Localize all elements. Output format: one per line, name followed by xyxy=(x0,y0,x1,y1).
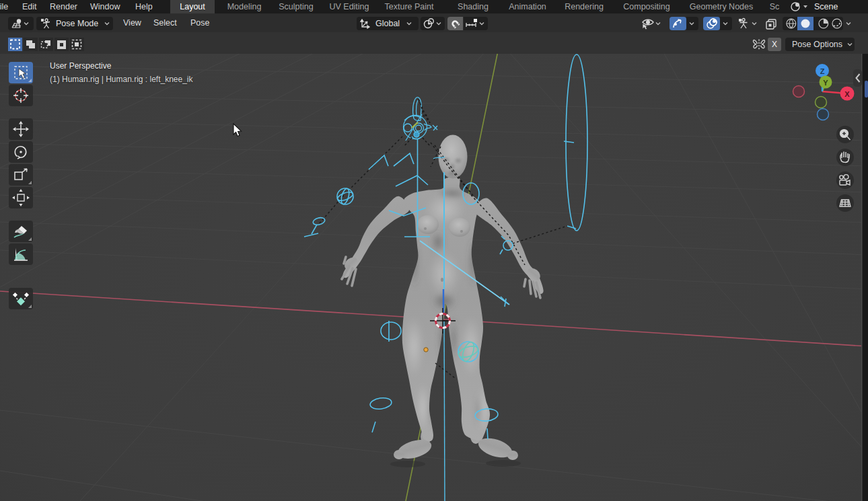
svg-text:X: X xyxy=(844,90,850,98)
svg-text:Y: Y xyxy=(823,79,828,87)
svg-text:Z: Z xyxy=(820,67,825,75)
